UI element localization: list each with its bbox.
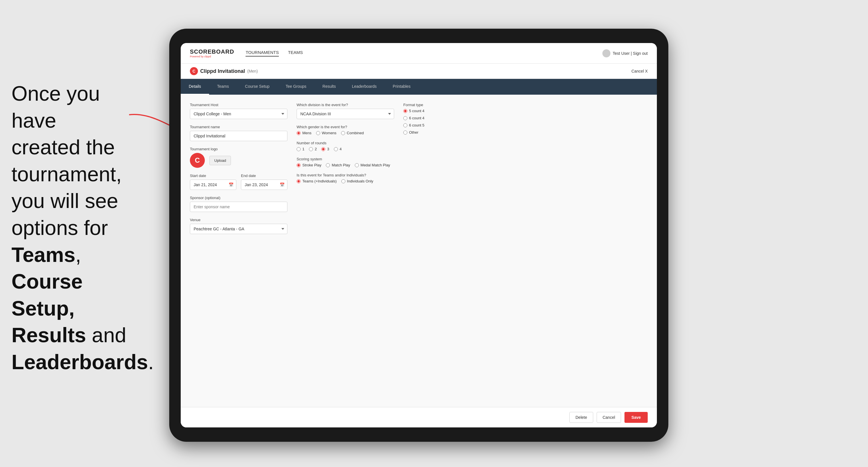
venue-label: Venue <box>190 218 287 222</box>
rounds-2-radio[interactable] <box>309 147 313 151</box>
rounds-1-radio[interactable] <box>297 147 301 151</box>
bottom-bar: Delete Cancel Save <box>181 407 657 428</box>
tournament-subtitle: (Men) <box>247 69 258 73</box>
scoring-label: Scoring system <box>297 157 394 161</box>
rounds-3-radio[interactable] <box>321 147 325 151</box>
format-6count4-radio[interactable] <box>403 116 407 120</box>
teams-label: Is this event for Teams and/or Individua… <box>297 173 394 177</box>
gender-label: Which gender is the event for? <box>297 125 394 129</box>
format-other-label: Other <box>409 130 418 134</box>
start-date-wrapper: 📅 <box>190 180 236 190</box>
tab-teams[interactable]: Teams <box>209 79 237 95</box>
nav-left: SCOREBOARD Powered by clippd TOURNAMENTS… <box>190 49 303 58</box>
save-button[interactable]: Save <box>624 412 648 423</box>
rounds-group: Number of rounds 1 2 <box>297 141 394 151</box>
format-5count4-label: 5 count 4 <box>409 109 425 113</box>
scoring-medal-label: Medal Match Play <box>361 163 390 167</box>
rounds-4-option[interactable]: 4 <box>334 147 342 151</box>
format-6count5-option[interactable]: 6 count 5 <box>403 123 478 127</box>
division-select[interactable]: NCAA Division III <box>297 109 394 119</box>
tournament-logo-group: Tournament logo C Upload <box>190 147 287 168</box>
scoring-medal-option[interactable]: Medal Match Play <box>355 163 390 167</box>
tournament-name-label: Tournament name <box>190 125 287 129</box>
date-row: Start date 📅 End date 📅 <box>190 174 287 190</box>
venue-group: Venue Peachtree GC - Atlanta - GA <box>190 218 287 234</box>
tab-printables[interactable]: Printables <box>385 79 418 95</box>
rounds-3-label: 3 <box>327 147 329 151</box>
tournament-host-label: Tournament Host <box>190 103 287 107</box>
tournament-title: Clippd Invitational <box>200 68 245 74</box>
tab-details[interactable]: Details <box>181 79 209 95</box>
venue-select[interactable]: Peachtree GC - Atlanta - GA <box>190 224 287 234</box>
teams-radio-group: Teams (+Individuals) Individuals Only <box>297 179 394 183</box>
format-6count5-radio[interactable] <box>403 123 407 127</box>
tab-results[interactable]: Results <box>314 79 344 95</box>
gender-mens-radio[interactable] <box>297 131 301 135</box>
gender-womens-radio[interactable] <box>316 131 320 135</box>
gender-group: Which gender is the event for? Mens Wome… <box>297 125 394 135</box>
scoring-medal-radio[interactable] <box>355 163 359 167</box>
nav-teams[interactable]: TEAMS <box>288 50 303 57</box>
tournament-host-group: Tournament Host Clippd College - Men <box>190 103 287 119</box>
sponsor-input[interactable] <box>190 201 287 212</box>
rounds-3-option[interactable]: 3 <box>321 147 329 151</box>
logo-area: SCOREBOARD Powered by clippd <box>190 49 234 58</box>
start-date-group: Start date 📅 <box>190 174 236 190</box>
individuals-only-label: Individuals Only <box>347 179 373 183</box>
end-date-label: End date <box>241 174 287 178</box>
gender-combined-radio[interactable] <box>341 131 345 135</box>
tab-tee-groups[interactable]: Tee Groups <box>278 79 314 95</box>
right-column: Format type 5 count 4 6 count 4 <box>403 103 478 399</box>
breadcrumb-content: C Clippd Invitational (Men) <box>190 67 258 75</box>
individuals-only-radio[interactable] <box>341 179 345 183</box>
tab-leaderboards[interactable]: Leaderboards <box>344 79 385 95</box>
middle-column: Which division is the event for? NCAA Di… <box>297 103 394 399</box>
tournament-logo-label: Tournament logo <box>190 147 287 151</box>
gender-mens-option[interactable]: Mens <box>297 131 311 135</box>
rounds-4-label: 4 <box>340 147 342 151</box>
format-radio-group: 5 count 4 6 count 4 6 count 5 <box>403 109 478 134</box>
scoring-stroke-option[interactable]: Stroke Play <box>297 163 321 167</box>
left-column: Tournament Host Clippd College - Men Tou… <box>190 103 287 399</box>
scoring-match-label: Match Play <box>332 163 350 167</box>
format-other-option[interactable]: Other <box>403 130 478 134</box>
rounds-2-option[interactable]: 2 <box>309 147 317 151</box>
rounds-1-option[interactable]: 1 <box>297 147 304 151</box>
scoring-match-option[interactable]: Match Play <box>326 163 350 167</box>
format-6count4-label: 6 count 4 <box>409 116 425 120</box>
top-navigation: SCOREBOARD Powered by clippd TOURNAMENTS… <box>181 43 657 64</box>
sponsor-label: Sponsor (optional) <box>190 196 287 200</box>
instruction-text: Once you have created the tournament, yo… <box>11 80 149 376</box>
teams-individuals-radio[interactable] <box>297 179 301 183</box>
nav-tournaments[interactable]: TOURNAMENTS <box>246 50 279 57</box>
start-date-label: Start date <box>190 174 236 178</box>
tab-course-setup[interactable]: Course Setup <box>237 79 278 95</box>
division-label: Which division is the event for? <box>297 103 394 107</box>
scoring-stroke-radio[interactable] <box>297 163 301 167</box>
gender-womens-option[interactable]: Womens <box>316 131 337 135</box>
user-sign-out[interactable]: Test User | Sign out <box>613 51 648 56</box>
format-6count4-option[interactable]: 6 count 4 <box>403 116 478 120</box>
gender-combined-label: Combined <box>347 131 364 135</box>
scoring-radio-group: Stroke Play Match Play Medal Match Play <box>297 163 394 167</box>
start-date-icon: 📅 <box>228 182 234 187</box>
rounds-4-radio[interactable] <box>334 147 338 151</box>
cancel-button-top[interactable]: Cancel X <box>631 69 648 73</box>
tournament-host-select[interactable]: Clippd College - Men <box>190 109 287 119</box>
end-date-wrapper: 📅 <box>241 180 287 190</box>
rounds-2-label: 2 <box>315 147 317 151</box>
rounds-radio-group: 1 2 3 4 <box>297 147 394 151</box>
format-5count4-radio[interactable] <box>403 109 407 113</box>
tournament-name-input[interactable] <box>190 131 287 141</box>
individuals-only-option[interactable]: Individuals Only <box>341 179 373 183</box>
scoring-match-radio[interactable] <box>326 163 330 167</box>
teams-individuals-option[interactable]: Teams (+Individuals) <box>297 179 337 183</box>
gender-combined-option[interactable]: Combined <box>341 131 364 135</box>
delete-button[interactable]: Delete <box>569 412 593 423</box>
cancel-button[interactable]: Cancel <box>597 412 621 423</box>
end-date-icon: 📅 <box>280 182 284 187</box>
format-5count4-option[interactable]: 5 count 4 <box>403 109 478 113</box>
sponsor-group: Sponsor (optional) <box>190 196 287 212</box>
upload-button[interactable]: Upload <box>209 156 231 165</box>
format-other-radio[interactable] <box>403 130 407 134</box>
